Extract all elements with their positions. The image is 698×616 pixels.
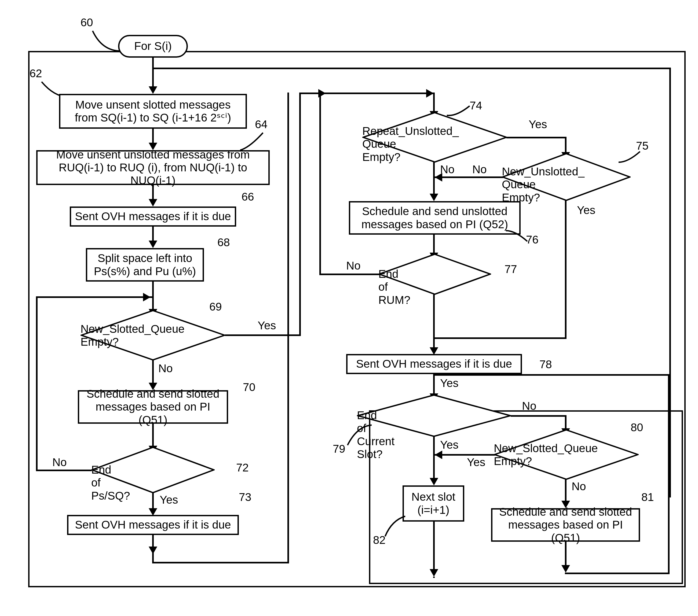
conn-80-81 [565,479,567,501]
arr-77-78 [430,347,438,355]
arr-82-down [430,569,438,576]
lbl-72-no: No [52,456,67,469]
conn-73-right [152,562,289,563]
conn-69-70 [152,360,154,384]
arr-72-73 [149,508,157,516]
svg-marker-3 [503,154,630,200]
svg-marker-1 [92,447,214,493]
ref-62: 62 [29,67,42,80]
arr-80-yes [435,450,442,459]
ref-73: 73 [239,491,251,504]
conn-62-64 [152,129,154,143]
conn-75-yes-v [565,201,567,338]
conn-rc-top-v [433,92,435,112]
conn-73-up [288,92,289,563]
svg-marker-6 [494,430,638,479]
pointer-76 [504,229,529,245]
lbl-72-yes: Yes [160,493,178,506]
conn-69-yes-v [299,92,301,336]
ref-72: 72 [236,461,249,474]
pointer-74 [446,102,472,118]
arr-into-76 [430,194,438,201]
conn-75-no-h [435,176,503,178]
ref-66: 66 [241,190,254,203]
pointer-79 [346,424,373,448]
conn-77-no-v [319,92,321,275]
conn-81-rail-h [565,573,670,574]
conn-loopback-top [153,68,671,69]
ref-64: 64 [255,118,267,131]
lbl-80-yes: Yes [467,456,486,469]
conn-77-78v [433,295,435,348]
conn-75-yes-h [435,338,567,339]
pointer-75 [617,149,641,165]
node-66: Sent OVH messages if it is due [70,206,236,227]
ref-77: 77 [504,263,517,276]
conn-66-68 [152,227,154,241]
conn-79-80h [511,415,565,417]
lbl-69-yes: Yes [257,319,276,332]
conn-64-66 [152,185,154,200]
conn-loop72-vert [36,296,38,471]
node-76-label: Schedule and send unslotted messages bas… [354,205,516,231]
node-62-label: Move unsent slotted messages from SQ(i-1… [64,98,242,125]
arr-loop72-into69 [143,293,151,301]
arr-79-82 [430,478,438,485]
ref-60: 60 [81,16,93,29]
node-81-label: Schedule and send slotted messages based… [496,505,635,544]
conn-74-75v [565,137,567,153]
arr-75-no [435,173,442,182]
ref-69: 69 [209,300,222,313]
node-64-label: Move unsent unslotted messages from RUQ(… [41,148,265,187]
lbl-74-yes: Yes [529,118,547,131]
node-68: Split space left into Ps(s%) and Pu (u%) [86,248,204,282]
arr-81-down [561,565,570,573]
arr-64-66 [149,199,157,206]
node-73-label: Sent OVH messages if it is due [75,518,231,531]
conn-82-down [433,521,435,570]
ref-70: 70 [243,381,255,394]
conn-76-77 [433,235,435,254]
ref-80: 80 [631,421,643,434]
node-82: Next slot (i=i+1) [403,485,464,521]
conn-81-rail-v [668,374,670,574]
ref-81: 81 [641,491,654,504]
node-70: Schedule and send slotted messages based… [78,390,228,424]
node-62: Move unsent slotted messages from SQ(i-1… [59,94,247,129]
arr-66-68 [149,241,157,248]
node-78: Sent OVH messages if it is due [346,354,522,374]
start-label: For S(i) [134,40,172,53]
lbl-75-yes: Yes [577,204,596,217]
conn-82-to-outerright-h [433,576,434,578]
arr-73-down [149,546,157,554]
lbl-80-no: No [572,480,586,493]
conn-72-73 [152,493,154,509]
conn-77-no-h [319,274,380,275]
lbl-79-yes: Yes [440,439,459,452]
arr-into-62 [149,86,157,94]
node-76: Schedule and send unslotted messages bas… [349,201,521,235]
lbl-78-yes: Yes [440,377,459,390]
conn-into-76 [433,178,435,195]
node-73: Sent OVH messages if it is due [67,515,239,535]
conn-68-69b [152,297,154,310]
conn-77-no-h2 [321,92,434,94]
ref-78: 78 [540,358,552,371]
conn-loop72-horiz [36,296,154,298]
lbl-74-no: No [440,163,455,176]
start-terminator: For S(i) [118,35,188,58]
conn-81-down [565,542,567,566]
conn-80-yes-h [435,454,495,456]
lbl-75-no: No [472,163,487,176]
node-78-label: Sent OVH messages if it is due [356,357,512,370]
conn-79-80v [565,415,567,429]
lbl-77-no: No [346,259,361,272]
svg-marker-2 [363,113,506,162]
node-82-label: Next slot (i=i+1) [408,490,459,516]
conn-merge-62 [152,69,154,87]
svg-marker-0 [81,311,225,360]
node-81: Schedule and send slotted messages based… [491,508,640,542]
conn-74-75h [506,137,565,138]
conn-78-79 [433,374,435,394]
ref-79: 79 [333,443,345,455]
